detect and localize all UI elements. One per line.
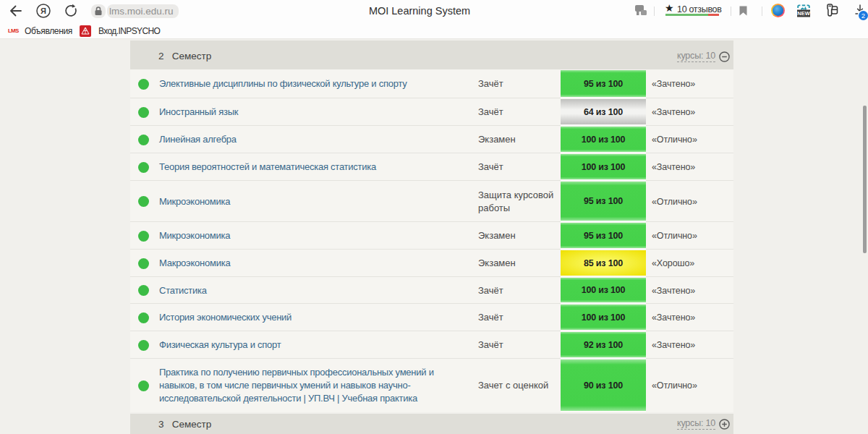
svg-text:NEW: NEW	[797, 10, 810, 17]
svg-text:Я: Я	[41, 7, 46, 15]
